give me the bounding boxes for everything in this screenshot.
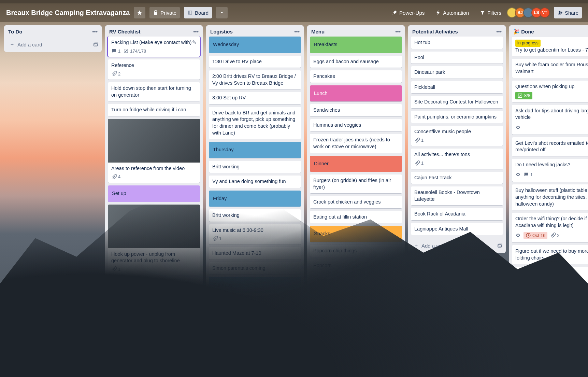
card[interactable]: Buy halloween stuff (plastic table cloth… <box>512 184 588 210</box>
card[interactable]: Friday <box>209 191 301 207</box>
card[interactable]: Dinosaur park <box>411 66 503 79</box>
card[interactable]: 1:30 Drive to RV place <box>209 56 301 68</box>
list-title[interactable]: Potential Activities <box>412 29 458 34</box>
card[interactable]: Paint pumpkins, or ceramic pumpkins <box>411 111 503 123</box>
card[interactable]: 3:00 Set up RV <box>209 92 301 104</box>
card[interactable]: Eating out at fillin station <box>310 211 402 223</box>
list-title[interactable]: To Do <box>8 29 22 34</box>
filters-label: Filters <box>487 10 501 16</box>
star-button[interactable] <box>134 7 145 18</box>
card[interactable]: Wednesday <box>209 37 301 53</box>
card-title: Set up <box>112 191 126 196</box>
card[interactable]: Britt working <box>209 161 301 173</box>
list-title[interactable]: Menu <box>311 29 325 34</box>
badge-check: 174/178 <box>123 48 146 54</box>
filters-button[interactable]: Filters <box>476 7 505 18</box>
card[interactable]: Site Decorating Contest for Halloween <box>411 96 503 108</box>
list-menu-button[interactable]: ••• <box>92 29 98 34</box>
share-button[interactable]: Share <box>554 7 582 18</box>
card[interactable]: Drive back to BR and get animals and any… <box>209 107 301 139</box>
badge-comment: 1 <box>111 48 120 54</box>
template-icon <box>497 243 502 249</box>
card[interactable]: Eggs and bacon and sausage <box>310 56 402 68</box>
card[interactable]: Burgers (on griddle) and fries (in air f… <box>310 174 402 193</box>
list-title[interactable]: RV Checklist <box>109 29 140 34</box>
card[interactable]: Questions when picking up8/8 <box>512 81 588 102</box>
card-title: Wednesday <box>213 42 239 47</box>
card-template-button[interactable] <box>93 42 98 47</box>
card[interactable]: Book Rack of Acadania <box>411 208 503 220</box>
card-title: Hot tub <box>414 40 430 45</box>
list-title[interactable]: Logistics <box>210 29 233 34</box>
card[interactable]: Hold down stop then start for turning on… <box>108 82 200 101</box>
card[interactable]: Thursday <box>209 142 301 158</box>
card-template-button[interactable] <box>497 243 502 249</box>
add-card-button[interactable]: ＋ Add a card <box>8 40 90 49</box>
card[interactable]: Frozen trader joes meals (needs to work … <box>310 134 402 153</box>
card[interactable]: Crock pot chicken and veggies <box>310 196 402 208</box>
card-badges: 4 <box>111 174 197 180</box>
card-title: Thursday <box>213 147 233 152</box>
card[interactable]: 2:00 Britt drives RV to Breaux Bridge / … <box>209 70 301 89</box>
list-header: Logistics ••• <box>206 25 304 37</box>
card[interactable]: Dinner <box>310 156 402 172</box>
window-top-bar <box>0 0 588 3</box>
card[interactable]: Lagniappe Antiques Mall <box>411 223 503 235</box>
card[interactable]: Reference2 <box>108 59 200 80</box>
card[interactable]: Do I need leveling jacks?1 <box>512 159 588 182</box>
board-title[interactable]: Breaux Bridge Camping Extravaganza <box>6 9 130 17</box>
card[interactable]: Get Levi's shot records emailed to me/pr… <box>512 137 588 156</box>
badge-attach: 1 <box>414 160 424 166</box>
list-cards[interactable]: Hot tubPoolDinosaur parkPickleballSite D… <box>408 37 506 238</box>
card[interactable]: Hummus and veggies <box>310 119 402 131</box>
visibility-label: Private <box>160 10 176 16</box>
card[interactable]: Sandwiches <box>310 104 402 116</box>
card[interactable]: Pancakes <box>310 70 402 83</box>
visibility-button[interactable]: Private <box>149 7 180 18</box>
list-title[interactable]: 🎉 Done <box>513 29 534 35</box>
card[interactable]: ✎Packing List (Make eye contact with)117… <box>108 37 200 57</box>
card[interactable]: Turn on fridge while driving if i can <box>108 104 200 116</box>
avatar[interactable]: VT <box>540 8 550 18</box>
member-avatars[interactable]: BJ LS VT <box>509 8 550 18</box>
card-label: in progress <box>515 40 541 47</box>
card[interactable]: Breakfasts <box>310 37 402 53</box>
view-button[interactable]: Board <box>184 7 212 18</box>
automation-button[interactable]: Automation <box>432 7 472 18</box>
list-menu-button[interactable]: ••• <box>193 29 199 34</box>
card[interactable]: Cajun Fast Track <box>411 172 503 184</box>
list-menu-button[interactable]: ••• <box>395 29 401 34</box>
card[interactable]: Lunch <box>310 85 402 102</box>
list-menu-button[interactable]: ••• <box>294 29 300 34</box>
powerups-button[interactable]: Power-Ups <box>388 7 428 18</box>
card-title: 3:00 Set up RV <box>212 95 246 100</box>
board-icon <box>187 10 193 15</box>
list-menu-button[interactable]: ••• <box>496 29 502 34</box>
board-header: Breaux Bridge Camping Extravaganza Priva… <box>0 3 588 22</box>
badge-eye <box>515 125 521 130</box>
card-title: Crock pot chicken and veggies <box>313 199 381 205</box>
card[interactable]: Concert/live music people1 <box>411 126 503 146</box>
card[interactable]: Ask dad for tips about driving large veh… <box>512 105 588 135</box>
list-footer: ＋ Add a card <box>4 37 102 52</box>
card[interactable]: Buy white foam cooler from Rouses or Wal… <box>512 59 588 78</box>
card[interactable]: Hot tub <box>411 37 503 49</box>
card[interactable]: in progressTry to get gaboentin for Luca… <box>512 37 588 56</box>
card-title: Get Levi's shot records emailed to me/pr… <box>515 140 588 153</box>
pencil-icon[interactable]: ✎ <box>192 39 197 46</box>
card[interactable]: Order the wifi thing? (or decide if this… <box>512 213 588 242</box>
card[interactable]: Pool <box>411 52 503 64</box>
add-card-label: Add a card <box>17 42 42 47</box>
card[interactable]: Pickleball <box>411 81 503 94</box>
card-title: Eggs and bacon and sausage <box>313 59 379 64</box>
rocket-icon <box>392 10 397 15</box>
card-title: Breakfasts <box>314 42 338 47</box>
badge-attach: 1 <box>414 137 424 143</box>
card-title: Reference <box>111 62 134 68</box>
card-title: Eating out at fillin station <box>313 214 367 220</box>
view-switch-button[interactable] <box>216 7 228 18</box>
card[interactable]: Beausoleil Books - Downtown Lafeyette <box>411 186 503 205</box>
card[interactable]: Vy and Lane doing something fun <box>209 176 301 188</box>
card[interactable]: All activites... there's tons1 <box>411 149 503 169</box>
card[interactable]: Areas to reference from the video4 <box>108 119 200 183</box>
